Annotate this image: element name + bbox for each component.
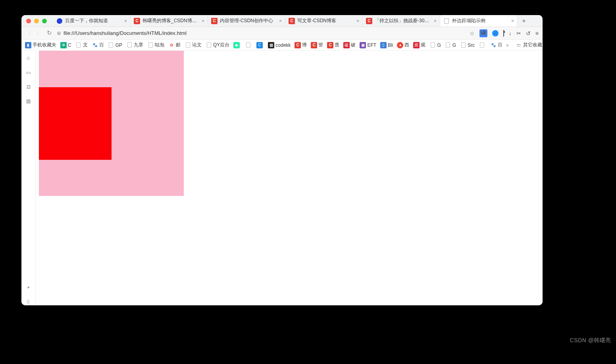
url-text: file:///Users/hanshuliang/Documents/HTML… <box>64 30 187 36</box>
tab-csdn-write[interactable]: C 写文章-CSDN博客 × <box>285 15 363 27</box>
site-icon: ◆ <box>233 42 240 48</box>
bookmark-item[interactable]: 🐾百 <box>490 42 503 48</box>
reload-button[interactable]: ↻ <box>47 29 52 37</box>
csdn-icon: C <box>327 42 333 48</box>
toolbox-icon[interactable]: ⊡ <box>25 83 32 90</box>
bookmark-label: G <box>437 42 441 48</box>
bookmark-item[interactable]: QY后台 <box>205 42 230 48</box>
bookmark-item[interactable]: 文 <box>75 42 88 48</box>
scissors-icon[interactable]: ✂ <box>516 30 521 36</box>
page-viewport[interactable] <box>36 51 543 305</box>
bookmark-item[interactable]: ✲C <box>60 42 72 48</box>
bookmark-item[interactable] <box>244 42 253 48</box>
menu-icon[interactable]: ≡ <box>535 30 539 36</box>
bookmark-item[interactable]: ◆ <box>233 42 241 48</box>
other-bookmarks-folder[interactable]: 🗀 其它收藏 <box>515 42 543 48</box>
bookmark-item[interactable]: C质 <box>327 42 340 48</box>
back-button[interactable]: 〈 <box>25 29 31 37</box>
bookmark-label: EFT <box>367 42 376 48</box>
bookmark-item[interactable]: GP <box>108 42 123 48</box>
bookmark-label: GP <box>116 42 122 48</box>
side-panel: ☆ ▭ ⊡ ▤ + 〈⎸ <box>21 51 36 305</box>
bookmark-item[interactable]: 观观 <box>413 42 426 48</box>
download-icon[interactable]: ↓ <box>509 30 512 36</box>
close-tab-icon[interactable]: × <box>279 18 282 24</box>
tab-challenge[interactable]: C 「持之以恒」挑战赛-30天技 × <box>363 15 440 27</box>
csdn-icon: C <box>295 42 301 48</box>
bookmark-label: 论文 <box>192 42 202 48</box>
bookmark-item[interactable]: G <box>445 42 456 48</box>
bookmark-item[interactable] <box>478 42 487 48</box>
tab-title: 内容管理-CSDN创作中心 <box>220 17 277 24</box>
bookmark-item[interactable]: C博 <box>294 42 307 48</box>
close-tab-icon[interactable]: × <box>124 18 127 24</box>
tab-title: 百度一下，你就知道 <box>65 17 122 24</box>
csdn-icon: C <box>134 18 140 24</box>
title-bar: 百度一下，你就知道 × C 韩曙亮的博客_CSDN博客-韩 × C 内容管理-C… <box>21 15 543 27</box>
new-tab-button[interactable]: + <box>518 15 530 27</box>
navigation-buttons: 〈 〉 ↻ <box>25 29 52 37</box>
notes-icon[interactable]: ▤ <box>25 98 32 105</box>
bookmarks-overflow-button[interactable]: » <box>506 42 509 48</box>
bookmark-item[interactable]: 九章 <box>126 42 144 48</box>
tab-margin-collapse[interactable]: 外边距塌陷示例 × <box>440 15 518 27</box>
bookmark-item[interactable]: ●西 <box>397 42 410 48</box>
close-tab-icon[interactable]: × <box>356 18 359 24</box>
bookmark-item[interactable]: C管 <box>310 42 323 48</box>
bookmark-item[interactable]: G <box>429 42 441 48</box>
bookmark-label: Bli <box>388 42 393 48</box>
bookmark-item[interactable]: ✿邮 <box>168 42 181 48</box>
bookmark-label: 百 <box>99 42 104 48</box>
bookmark-item[interactable]: ▦codekk <box>268 42 291 48</box>
reading-list-icon[interactable]: ▭ <box>25 69 32 76</box>
tab-baidu[interactable]: 百度一下，你就知道 × <box>53 15 131 27</box>
bookmark-item[interactable]: ▯Bli <box>380 42 393 48</box>
add-panel-icon[interactable]: + <box>25 284 32 291</box>
close-tab-icon[interactable]: × <box>434 18 437 24</box>
zoom-out-button[interactable]: − <box>492 30 499 36</box>
page-icon <box>460 42 466 48</box>
bookmark-label: 管 <box>318 42 323 48</box>
url-input[interactable]: ⊕ file:///Users/hanshuliang/Documents/HT… <box>57 30 465 36</box>
tab-title: 写文章-CSDN博客 <box>297 17 354 24</box>
tab-csdn-blog[interactable]: C 韩曙亮的博客_CSDN博客-韩 × <box>131 15 208 27</box>
bookmark-label: 西 <box>404 42 409 48</box>
bookmark-mobile-folder[interactable]: ▮ 手机收藏夹 <box>25 42 57 48</box>
forward-button[interactable]: 〉 <box>36 29 42 37</box>
translate-button[interactable]: 译 <box>479 29 487 37</box>
csdn-icon: C <box>289 18 295 24</box>
page-icon <box>75 42 82 48</box>
mail-icon: ✿ <box>168 42 175 48</box>
maximize-window-button[interactable] <box>42 19 47 23</box>
content-wrapper: ☆ ▭ ⊡ ▤ + 〈⎸ <box>21 51 543 305</box>
close-window-button[interactable] <box>26 19 31 23</box>
page-icon <box>445 42 451 48</box>
tab-csdn-content[interactable]: C 内容管理-CSDN创作中心 × <box>208 15 285 27</box>
bookmark-item[interactable]: 论文 <box>184 42 202 48</box>
page-icon <box>443 18 450 24</box>
undo-icon[interactable]: ↺ <box>526 30 531 36</box>
bookmark-star-icon[interactable]: ☆ <box>470 30 475 36</box>
collapse-panel-icon[interactable]: 〈⎸ <box>25 298 32 305</box>
page-icon <box>185 42 191 48</box>
folder-icon: 🗀 <box>516 42 522 48</box>
close-tab-icon[interactable]: × <box>202 18 204 24</box>
close-tab-icon[interactable]: × <box>511 18 514 24</box>
bookmark-label: 邮 <box>176 42 181 48</box>
minimize-window-button[interactable] <box>34 19 39 23</box>
tab-strip: 百度一下，你就知道 × C 韩曙亮的博客_CSDN博客-韩 × C 内容管理-C… <box>53 15 543 27</box>
bookmark-item[interactable]: 破破 <box>343 42 356 48</box>
favorites-icon[interactable]: ☆ <box>25 55 32 62</box>
bookmark-item[interactable]: 🐾百 <box>91 42 104 48</box>
site-icon: 观 <box>413 42 420 48</box>
bookmark-item[interactable]: 咕泡 <box>147 42 165 48</box>
bookmark-item[interactable]: Src <box>460 42 475 48</box>
address-bar: 〈 〉 ↻ ⊕ file:///Users/hanshuliang/Docume… <box>21 27 543 40</box>
bookmark-item[interactable]: C <box>256 42 264 48</box>
bookmark-label: 破 <box>351 42 356 48</box>
bookmark-label: C <box>68 42 71 48</box>
bookmark-item[interactable]: ▣EFT <box>359 42 377 48</box>
site-info-icon[interactable]: ⊕ <box>57 30 61 36</box>
window-controls <box>26 19 47 23</box>
tab-title: 外边距塌陷示例 <box>452 17 509 24</box>
